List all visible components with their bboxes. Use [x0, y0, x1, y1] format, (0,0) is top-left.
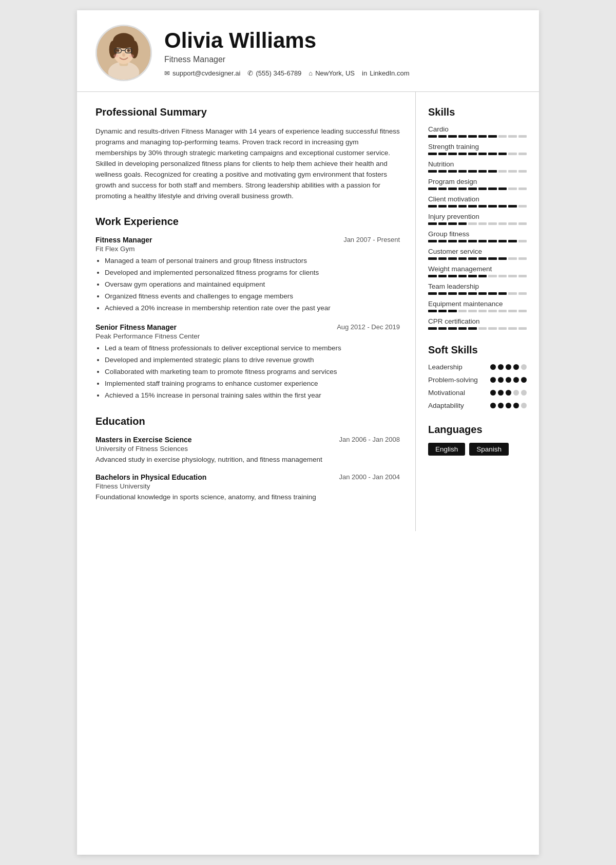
- skill-segment: [428, 135, 437, 138]
- skill-segment: [448, 292, 457, 295]
- skill-segment: [478, 240, 487, 242]
- svg-point-11: [117, 49, 120, 52]
- soft-skill-name: Problem-solving: [428, 376, 478, 384]
- skill-segment: [458, 222, 467, 225]
- skill-segment: [508, 275, 517, 277]
- job-header: Fitness Manager Jan 2007 - Present: [95, 236, 400, 244]
- skill-item: Program design: [428, 178, 527, 190]
- skill-segment: [478, 257, 487, 260]
- dots-container: [490, 390, 527, 396]
- header-section: Olivia Williams Fitness Manager ✉support…: [77, 10, 539, 92]
- skill-item: Group fitness: [428, 230, 527, 242]
- skill-item: Nutrition: [428, 160, 527, 173]
- skill-segment: [428, 310, 437, 312]
- skill-segment: [428, 275, 437, 277]
- skill-bar: [428, 205, 527, 208]
- skill-segment: [498, 170, 507, 173]
- skill-segment: [518, 170, 527, 173]
- contact-icon: in: [362, 69, 367, 77]
- skill-segment: [498, 257, 507, 260]
- skill-dot: [498, 377, 504, 383]
- soft-skill-name: Adaptability: [428, 402, 464, 409]
- professional-summary-section: Professional Summary Dynamic and results…: [95, 106, 400, 201]
- skill-name: Customer service: [428, 248, 527, 255]
- skill-bar: [428, 222, 527, 225]
- svg-point-14: [113, 54, 118, 58]
- skill-dot: [521, 377, 527, 383]
- skill-name: Injury prevention: [428, 213, 527, 220]
- skill-segment: [498, 310, 507, 312]
- skill-dot: [498, 390, 504, 396]
- skill-name: Group fitness: [428, 230, 527, 238]
- dots-container: [490, 403, 527, 408]
- skill-segment: [518, 257, 527, 260]
- skill-segment: [428, 205, 437, 208]
- right-column: Skills Cardio Strength training Nutritio…: [416, 92, 539, 531]
- edu-description: Advanced study in exercise physiology, n…: [95, 455, 400, 465]
- skill-dot: [506, 364, 511, 370]
- skill-dot: [513, 403, 519, 408]
- skill-dot: [521, 390, 527, 396]
- skill-bar: [428, 153, 527, 155]
- skill-segment: [448, 257, 457, 260]
- skill-segment: [448, 135, 457, 138]
- skill-segment: [498, 153, 507, 155]
- skill-segment: [428, 240, 437, 242]
- skill-name: Weight management: [428, 265, 527, 273]
- skill-segment: [508, 310, 517, 312]
- resume-document: Olivia Williams Fitness Manager ✉support…: [77, 10, 539, 855]
- svg-point-15: [129, 54, 133, 58]
- job-bullet: Developed and implemented personalized f…: [105, 268, 400, 278]
- job-bullet: Achieved a 20% increase in membership re…: [105, 303, 400, 314]
- skill-item: Cardio: [428, 125, 527, 138]
- skill-dot: [490, 377, 496, 383]
- skill-segment: [438, 310, 447, 312]
- header-info: Olivia Williams Fitness Manager ✉support…: [164, 29, 521, 77]
- skill-segment: [498, 205, 507, 208]
- skill-dot: [506, 377, 511, 383]
- education-item: Masters in Exercise Science Jan 2006 - J…: [95, 436, 400, 465]
- skill-segment: [488, 310, 497, 312]
- skill-segment: [428, 327, 437, 330]
- skill-segment: [478, 222, 487, 225]
- skill-segment: [518, 135, 527, 138]
- contact-icon: ✉: [164, 69, 170, 77]
- skill-segment: [508, 327, 517, 330]
- skill-segment: [428, 170, 437, 173]
- skill-segment: [448, 240, 457, 242]
- skill-segment: [478, 275, 487, 277]
- soft-skills-section: Soft Skills Leadership Problem-solving M…: [428, 344, 527, 409]
- skill-segment: [498, 240, 507, 242]
- skill-segment: [488, 257, 497, 260]
- skill-bar: [428, 170, 527, 173]
- skill-dot: [513, 390, 519, 396]
- skill-item: Client motivation: [428, 195, 527, 208]
- skill-segment: [518, 292, 527, 295]
- skill-dot: [490, 390, 496, 396]
- edu-degree: Masters in Exercise Science: [95, 436, 192, 444]
- skills-section: Skills Cardio Strength training Nutritio…: [428, 106, 527, 330]
- contact-text: support@cvdesigner.ai: [172, 69, 240, 77]
- job-bullet: Achieved a 15% increase in personal trai…: [105, 390, 400, 401]
- education-section: Education Masters in Exercise Science Ja…: [95, 416, 400, 503]
- skill-segment: [448, 222, 457, 225]
- skills-container: Cardio Strength training Nutrition Progr…: [428, 125, 527, 330]
- summary-title: Professional Summary: [95, 106, 400, 120]
- left-column: Professional Summary Dynamic and results…: [77, 92, 416, 531]
- skill-segment: [508, 153, 517, 155]
- skill-segment: [488, 135, 497, 138]
- skill-bar: [428, 310, 527, 312]
- skill-segment: [428, 153, 437, 155]
- soft-skill-item: Problem-solving: [428, 376, 527, 384]
- skill-segment: [488, 187, 497, 190]
- job-bullet: Implemented staff training programs to e…: [105, 379, 400, 389]
- skill-segment: [478, 153, 487, 155]
- skill-segment: [478, 327, 487, 330]
- skill-dot: [506, 390, 511, 396]
- language-tag: English: [428, 443, 465, 456]
- skill-segment: [508, 205, 517, 208]
- skill-segment: [438, 205, 447, 208]
- soft-skill-name: Leadership: [428, 363, 463, 371]
- skill-segment: [488, 153, 497, 155]
- skill-segment: [448, 170, 457, 173]
